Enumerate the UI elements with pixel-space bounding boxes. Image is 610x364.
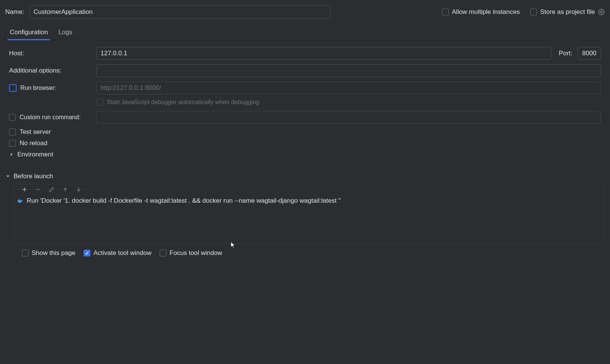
focus-tool-window-checkbox[interactable]: Focus tool window: [160, 249, 222, 257]
tab-configuration[interactable]: Configuration: [10, 26, 48, 40]
custom-run-command-input: [96, 111, 601, 124]
activate-tool-window-checkbox[interactable]: Activate tool window: [84, 249, 151, 257]
checkbox-icon: [160, 250, 166, 256]
start-js-debugger-label: Start JavaScript debugger automatically …: [107, 99, 259, 106]
tabs: Configuration Logs: [5, 26, 605, 40]
move-down-button[interactable]: [76, 187, 82, 193]
additional-options-input[interactable]: [96, 64, 601, 77]
checkbox-icon: [530, 9, 537, 15]
edit-task-button[interactable]: [49, 187, 55, 193]
chevron-down-icon: [5, 174, 11, 179]
chevron-right-icon: [9, 152, 14, 157]
environment-label: Environment: [17, 151, 53, 158]
task-text: Run 'Docker '1. docker build -f Dockerfi…: [27, 197, 341, 205]
tab-logs[interactable]: Logs: [58, 26, 72, 40]
custom-run-command-label: Custom run command:: [20, 114, 81, 121]
start-js-debugger-checkbox: [96, 99, 103, 106]
environment-section-toggle[interactable]: Environment: [9, 151, 601, 158]
run-browser-url-input: [96, 82, 601, 94]
no-reload-checkbox[interactable]: [9, 140, 16, 147]
run-browser-checkbox[interactable]: [9, 84, 17, 92]
checkbox-icon: [84, 250, 90, 256]
additional-options-label: Additional options:: [9, 67, 91, 74]
show-this-page-label: Show this page: [32, 249, 75, 257]
checkbox-icon: [442, 9, 449, 15]
no-reload-label: No reload: [20, 140, 47, 147]
custom-run-command-checkbox[interactable]: [9, 114, 16, 121]
focus-tool-window-label: Focus tool window: [169, 249, 222, 257]
svg-rect-4: [19, 199, 20, 200]
checkbox-icon: [22, 250, 29, 256]
activate-tool-window-label: Activate tool window: [93, 249, 151, 257]
gear-icon[interactable]: [598, 9, 605, 15]
add-task-button[interactable]: [21, 187, 27, 193]
test-server-checkbox[interactable]: [9, 129, 16, 135]
allow-multiple-instances-checkbox[interactable]: Allow multiple instances: [442, 8, 520, 16]
test-server-label: Test server: [20, 128, 51, 136]
port-input[interactable]: [578, 47, 601, 60]
allow-multiple-label: Allow multiple instances: [452, 8, 520, 16]
name-input[interactable]: [29, 5, 331, 19]
host-input[interactable]: [96, 47, 551, 60]
store-as-project-file-checkbox[interactable]: Store as project file: [530, 8, 605, 16]
run-browser-label: Run browser:: [20, 85, 56, 91]
name-label: Name:: [5, 8, 24, 16]
before-launch-task-list[interactable]: Run 'Docker '1. docker build -f Dockerfi…: [14, 184, 605, 244]
store-project-label: Store as project file: [540, 8, 595, 16]
host-label: Host:: [9, 50, 91, 57]
task-row[interactable]: Run 'Docker '1. docker build -f Dockerfi…: [14, 195, 604, 207]
before-launch-title: Before launch: [14, 173, 53, 180]
before-launch-section-toggle[interactable]: Before launch: [5, 173, 605, 180]
move-up-button[interactable]: [62, 187, 68, 193]
docker-icon: [17, 197, 24, 204]
svg-point-0: [601, 11, 602, 13]
remove-task-button[interactable]: [35, 187, 41, 193]
port-label: Port:: [559, 50, 572, 57]
show-this-page-checkbox[interactable]: Show this page: [22, 249, 75, 257]
